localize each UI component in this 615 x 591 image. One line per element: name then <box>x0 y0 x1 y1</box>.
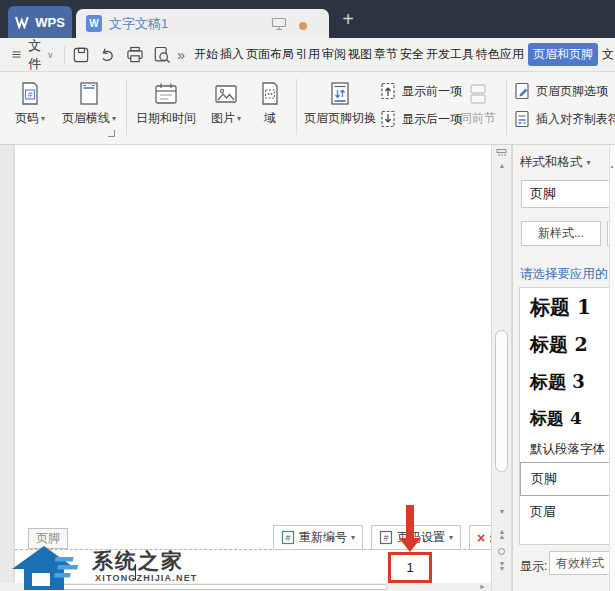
tab-header-footer-active[interactable]: 页眉和页脚 <box>528 43 598 66</box>
display-label: 显示: <box>520 558 547 575</box>
next-page-icon[interactable]: ▼▼ <box>492 561 512 571</box>
save-button[interactable] <box>71 44 91 66</box>
header-footer-options-button[interactable]: 页眉页脚选项 <box>514 82 608 100</box>
show-previous-button[interactable]: 显示前一项 <box>380 82 462 100</box>
select-browse-object-icon[interactable] <box>498 548 505 555</box>
tab-insert[interactable]: 插入 <box>219 43 245 66</box>
sidebar-scroll-up-icon[interactable]: ▲ <box>609 163 615 169</box>
file-menu[interactable]: 文件 <box>28 37 43 73</box>
document-icon: W <box>86 15 102 32</box>
print-preview-icon <box>152 45 172 65</box>
menubar-divider <box>64 46 65 64</box>
same-as-previous-button: 同前节 <box>456 78 500 127</box>
new-tab-button[interactable]: + <box>336 6 360 32</box>
current-style-box[interactable]: 页脚 <box>521 180 615 208</box>
ruler-toggle-icon[interactable] <box>496 148 507 159</box>
file-caret-icon[interactable]: ∨ <box>47 50 54 60</box>
hamburger-icon[interactable] <box>12 48 21 61</box>
tab-home[interactable]: 开始 <box>193 43 219 66</box>
delete-page-number-button[interactable]: × 删 <box>469 525 491 550</box>
renumber-button[interactable]: # 重新编号 ▾ <box>273 525 363 550</box>
ribbon-divider <box>296 79 297 135</box>
insert-align-tab-button[interactable]: 插入对齐制表符 <box>514 110 615 128</box>
page-number-icon: # <box>18 81 42 107</box>
style-item-heading2[interactable]: 标题 2 <box>520 326 615 363</box>
delete-page-number-label: 删 <box>489 529 491 546</box>
sidebar-header[interactable]: 样式和格式 ▾ <box>520 154 591 171</box>
document-area[interactable]: 页脚 # 重新编号 ▾ # 页码设置 ▾ × 删 <box>0 145 491 583</box>
wps-logo-icon <box>15 16 30 29</box>
sidebar-scrollbar[interactable] <box>609 145 615 591</box>
same-as-previous-label: 同前节 <box>460 110 496 127</box>
field-button[interactable]: 域 <box>252 78 288 127</box>
monitor-icon[interactable] <box>271 17 287 31</box>
scroll-right-icon[interactable]: ► <box>479 583 486 590</box>
page-number-toolbar: # 重新编号 ▾ # 页码设置 ▾ × 删 <box>273 525 491 550</box>
page-number-button[interactable]: # 页码▾ <box>6 78 54 127</box>
tab-overflow[interactable]: 文 <box>601 43 615 66</box>
watermark-subtitle: XITONGZHIJIA.NET <box>95 573 198 583</box>
tab-special-features[interactable]: 特色应用 <box>475 43 525 66</box>
site-logo-icon <box>10 543 88 591</box>
show-next-button[interactable]: 显示后一项 <box>380 110 462 128</box>
picture-button[interactable]: 图片▾ <box>202 78 250 127</box>
tab-dev-tools[interactable]: 开发工具 <box>425 43 475 66</box>
style-item-heading3[interactable]: 标题 3 <box>520 363 615 400</box>
previous-page-icon[interactable]: ▲▲ <box>492 529 512 539</box>
menubar: 文件 ∨ <box>0 38 615 72</box>
chevron-down-icon: ▾ <box>112 114 116 123</box>
scroll-down-icon[interactable]: ▼ <box>492 508 512 515</box>
field-label: 域 <box>264 110 276 127</box>
save-icon <box>71 45 91 65</box>
document-tab-title: 文字文稿1 <box>109 15 168 33</box>
field-icon <box>258 81 282 107</box>
display-filter-dropdown[interactable]: 有效样式 <box>549 551 615 575</box>
menu-tabs: 开始 插入 页面布局 引用 审阅 视图 章节 安全 开发工具 特色应用 页眉和页… <box>193 43 615 66</box>
header-line-button[interactable]: 页眉横线▾ <box>56 78 122 127</box>
chevron-down-icon: ▾ <box>237 114 241 123</box>
undo-button[interactable] <box>98 44 118 66</box>
ribbon-divider <box>126 79 127 135</box>
style-list: 标题 1 标题 2 标题 3 标题 4 默认段落字体 页脚 页眉 <box>519 287 615 545</box>
scroll-up-icon[interactable]: ▲ <box>492 162 512 169</box>
tab-page-layout[interactable]: 页面布局 <box>245 43 295 66</box>
page-number-value: 1 <box>406 560 413 575</box>
undo-icon <box>98 45 118 65</box>
tab-security[interactable]: 安全 <box>399 43 425 66</box>
new-style-button[interactable]: 新样式... <box>521 221 601 246</box>
print-button[interactable] <box>125 44 145 66</box>
date-time-label: 日期和时间 <box>136 110 196 127</box>
wps-menu-button[interactable]: WPS <box>8 6 72 38</box>
tab-section[interactable]: 章节 <box>373 43 399 66</box>
vertical-scrollbar-thumb[interactable] <box>495 330 508 472</box>
date-time-button[interactable]: 日期和时间 <box>132 78 200 127</box>
print-icon <box>125 45 145 65</box>
chevron-down-icon: ▾ <box>449 533 453 542</box>
tab-view[interactable]: 视图 <box>347 43 373 66</box>
style-item-default-font[interactable]: 默认段落字体 <box>520 436 615 462</box>
style-item-header[interactable]: 页眉 <box>520 496 615 528</box>
show-previous-icon <box>380 82 397 100</box>
more-tools-icon[interactable]: » <box>177 47 185 63</box>
same-as-previous-icon <box>466 82 490 106</box>
red-annotation-arrowhead <box>399 538 421 552</box>
wps-label: WPS <box>35 15 65 30</box>
style-item-footer-selected[interactable]: 页脚 <box>520 462 615 496</box>
show-next-label: 显示后一项 <box>402 111 462 128</box>
header-footer-options-icon <box>514 82 531 100</box>
tab-references[interactable]: 引用 <box>295 43 321 66</box>
print-preview-button[interactable] <box>152 44 172 66</box>
style-item-heading1[interactable]: 标题 1 <box>520 288 615 326</box>
tab-review[interactable]: 审阅 <box>321 43 347 66</box>
document-tab[interactable]: W 文字文稿1 <box>76 9 329 38</box>
picture-label: 图片 <box>211 110 235 127</box>
style-item-heading4[interactable]: 标题 4 <box>520 400 615 436</box>
header-footer-switch-button[interactable]: 页眉页脚切换 <box>302 78 378 127</box>
page-number-settings-icon: # <box>379 530 393 545</box>
vertical-scrollbar[interactable]: ▲ ▼ ▲▲ ▼▼ <box>491 145 512 591</box>
sidebar-title: 样式和格式 <box>520 154 583 171</box>
header-footer-switch-icon <box>328 81 352 107</box>
document-page[interactable] <box>15 145 491 583</box>
insert-align-tab-label: 插入对齐制表符 <box>536 111 615 128</box>
dialog-launcher-icon[interactable] <box>108 130 115 137</box>
